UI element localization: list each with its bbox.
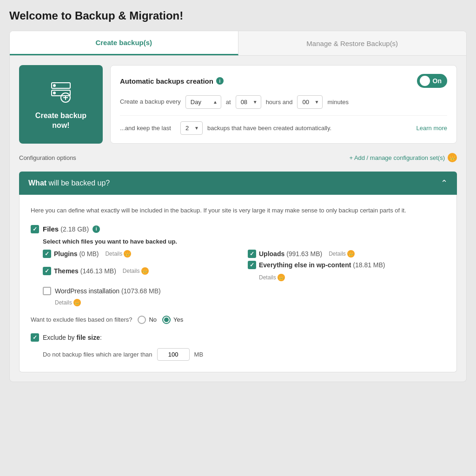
create-backup-card[interactable]: Create backup now! <box>19 65 103 144</box>
files-checkbox[interactable] <box>31 225 39 233</box>
auto-backup-title: Automatic backups creation i <box>120 77 224 85</box>
chevron-up-icon: ⌃ <box>441 178 448 188</box>
themes-crown-icon: 👑 <box>141 267 149 275</box>
top-section: Create backup now! Automatic backups cre… <box>19 65 457 144</box>
files-info-icon[interactable]: i <box>93 225 100 233</box>
keep-select[interactable]: 2 3 5 <box>180 121 203 135</box>
minutes-label: minutes <box>327 99 349 106</box>
toggle-circle <box>420 76 430 86</box>
filesize-row: Do not backup files which are larger tha… <box>43 348 445 361</box>
day-select-wrapper: Day Week Month ▲ <box>185 95 221 109</box>
exclude-title: Exclude by file size: <box>43 334 102 341</box>
file-items-grid: Plugins (0 MB) Details 👑 Uploads <box>43 250 445 281</box>
everything-crown-icon: 👑 <box>278 274 285 281</box>
schedule-label: Create a backup every <box>120 98 181 106</box>
config-options-row: Configuration options + Add / manage con… <box>19 151 457 164</box>
keep-label: ...and keep the last <box>120 125 176 132</box>
config-options-label: Configuration options <box>19 154 76 161</box>
themes-checkbox[interactable] <box>43 267 51 275</box>
auto-backup-info-icon[interactable]: i <box>216 77 224 85</box>
auto-backup-panel: Automatic backups creation i On Create a… <box>110 65 457 144</box>
filter-no-radio <box>138 316 146 324</box>
filter-no-option[interactable]: No <box>138 316 157 324</box>
learn-more-link[interactable]: Learn more <box>416 125 447 132</box>
everything-label: Everything else in wp-content (18.81 MB) <box>259 261 385 269</box>
add-config-link[interactable]: + Add / manage configuration set(s) 👑 <box>349 153 457 162</box>
keep-desc: backups that have been created automatic… <box>207 125 412 132</box>
plugins-details[interactable]: Details 👑 <box>105 250 131 258</box>
mb-label: MB <box>194 351 204 358</box>
tabs-container: Create backup(s) Manage & Restore Backup… <box>9 31 467 56</box>
wp-install-row: WordPress installation (1073.68 MB) Deta… <box>43 287 445 306</box>
uploads-label: Uploads (991.63 MB) <box>259 250 322 258</box>
svg-point-6 <box>53 92 55 94</box>
section-description: Here you can define what exactly will be… <box>31 206 445 216</box>
auto-backup-toggle[interactable]: On <box>417 74 447 88</box>
select-files-label: Select which files you want to have back… <box>43 238 445 245</box>
exclude-checkbox[interactable] <box>31 333 39 342</box>
everything-details[interactable]: Details <box>259 274 276 281</box>
filter-yes-radio <box>162 316 171 324</box>
minutes-select-wrapper: 00 ▼ <box>297 95 323 109</box>
plugins-item: Plugins (0 MB) Details 👑 <box>43 250 240 258</box>
hours-select-wrapper: 08 ▼ <box>236 95 261 109</box>
filter-yes-option[interactable]: Yes <box>162 316 183 324</box>
main-content: Create backup now! Automatic backups cre… <box>9 56 467 382</box>
files-title: Files (2.18 GB) <box>43 225 89 233</box>
plugins-crown-icon: 👑 <box>124 250 131 258</box>
uploads-crown-icon: 👑 <box>347 250 355 258</box>
keep-row: ...and keep the last 2 3 5 ▼ backups tha… <box>120 115 447 135</box>
filter-label: Want to exclude files based on filters? <box>31 316 132 323</box>
backup-icon <box>48 78 74 106</box>
wp-install-details[interactable]: Details <box>55 299 72 306</box>
exclude-row: Exclude by file size: <box>31 333 445 342</box>
tab-create-backup[interactable]: Create backup(s) <box>10 31 238 55</box>
plugins-checkbox[interactable] <box>43 250 51 258</box>
files-header: Files (2.18 GB) i <box>31 225 445 233</box>
create-backup-label: Create backup now! <box>35 111 86 131</box>
auto-backup-header: Automatic backups creation i On <box>120 74 447 88</box>
filesize-input[interactable] <box>157 348 190 361</box>
uploads-checkbox[interactable] <box>248 250 256 258</box>
wp-install-checkbox[interactable] <box>43 287 51 295</box>
crown-icon: 👑 <box>448 153 457 162</box>
toggle-label: On <box>433 77 442 85</box>
everything-checkbox[interactable] <box>248 261 256 269</box>
uploads-details[interactable]: Details 👑 <box>329 250 355 258</box>
hours-and-label: hours and <box>266 99 293 106</box>
themes-item: Themes (146.13 MB) Details 👑 <box>43 261 240 281</box>
section-body: Here you can define what exactly will be… <box>19 195 457 372</box>
page-title: Welcome to Backup & Migration! <box>9 9 467 22</box>
day-select[interactable]: Day Week Month <box>185 95 221 109</box>
wp-install-crown-icon: 👑 <box>73 299 81 306</box>
wp-install-label: WordPress installation (1073.68 MB) <box>55 287 161 295</box>
filter-row: Want to exclude files based on filters? … <box>31 316 445 324</box>
schedule-row: Create a backup every Day Week Month ▲ a… <box>120 95 447 109</box>
tab-manage-restore[interactable]: Manage & Restore Backup(s) <box>238 31 467 55</box>
plugins-label: Plugins (0 MB) <box>54 250 99 258</box>
uploads-item: Uploads (991.63 MB) Details 👑 <box>248 250 445 258</box>
themes-details[interactable]: Details 👑 <box>123 267 149 275</box>
filesize-label: Do not backup files which are larger tha… <box>43 351 152 358</box>
minutes-select[interactable]: 00 <box>297 95 323 109</box>
themes-label: Themes (146.13 MB) <box>54 267 116 275</box>
everything-item: Everything else in wp-content (18.81 MB)… <box>248 261 445 281</box>
section-header-title: What will be backed up? <box>28 179 110 187</box>
svg-point-5 <box>53 85 55 86</box>
what-section: What will be backed up? ⌃ Here you can d… <box>19 172 457 372</box>
keep-select-wrapper: 2 3 5 ▼ <box>180 121 203 135</box>
at-label: at <box>226 99 231 106</box>
section-header[interactable]: What will be backed up? ⌃ <box>19 172 457 195</box>
hours-select[interactable]: 08 <box>236 95 261 109</box>
